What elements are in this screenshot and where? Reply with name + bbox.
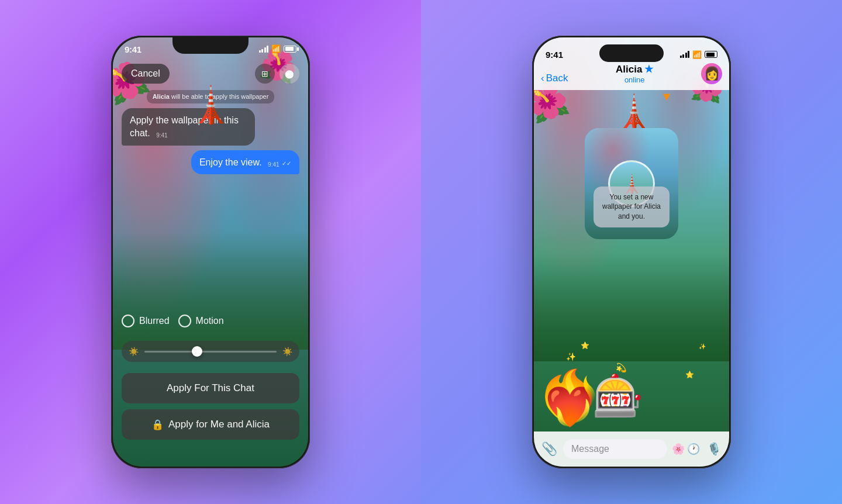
left-phone-notch xyxy=(172,37,249,54)
signal-bars xyxy=(259,46,269,53)
r-signal-bar-1 xyxy=(680,56,682,58)
msg2-check: ✓✓ xyxy=(282,160,291,167)
battery-fill xyxy=(285,47,294,51)
wifi-icon: 📶 xyxy=(271,44,281,53)
apply-for-me-alicia-button[interactable]: 🔒 Apply for Me and Alicia xyxy=(122,409,299,440)
brightness-high-icon: ☀️ xyxy=(282,347,292,356)
apply-lock-btn-label: Apply for Me and Alicia xyxy=(168,419,270,430)
dynamic-island xyxy=(599,44,664,62)
blurred-radio[interactable] xyxy=(122,315,134,327)
adjust-icon-btn[interactable]: ⊞ xyxy=(255,64,275,84)
avatar-emoji: 👩 xyxy=(704,66,720,81)
right-phone-inner: 🌺 🌺 🗼 9:41 📶 xyxy=(534,37,729,467)
back-button[interactable]: ‹ Back xyxy=(541,73,568,84)
top-bar-right: ⊞ ⬤ xyxy=(255,64,299,84)
apply-btn-label: Apply For This Chat xyxy=(167,382,254,394)
left-phone: 🌺 🌺 🗼 9:41 📶 xyxy=(111,36,310,468)
left-status-time: 9:41 xyxy=(125,44,142,54)
bottom-controls: Blurred Motion ☀️ ☀️ xyxy=(113,315,308,467)
flower-input-emoji: 🌸 xyxy=(672,443,685,455)
message-input-field[interactable]: Message xyxy=(563,439,667,459)
battery-icon xyxy=(284,46,296,53)
right-wifi-icon: 📶 xyxy=(692,50,702,59)
back-chevron: ‹ xyxy=(541,73,544,84)
message-placeholder: Message xyxy=(571,444,609,454)
nav-status: online xyxy=(568,75,701,84)
brightness-low-icon: ☀️ xyxy=(129,347,139,356)
input-bar: 📎 Message 🌸 🕐 🎙️ xyxy=(534,431,729,467)
blurred-option[interactable]: Blurred xyxy=(122,315,170,327)
scatter-emoji-5: ✨ xyxy=(699,343,706,350)
slider-track[interactable] xyxy=(144,351,277,353)
back-label: Back xyxy=(546,73,568,84)
left-phone-inner: 🌺 🌺 🗼 9:41 📶 xyxy=(113,37,308,467)
right-signal-bars xyxy=(680,51,690,58)
blurred-label: Blurred xyxy=(139,316,170,326)
big-88-emoji: 🎰 xyxy=(592,372,643,420)
left-panel: 🌺 🌺 🗼 9:41 📶 xyxy=(0,0,421,504)
right-status-time: 9:41 xyxy=(546,50,563,60)
circle-btn[interactable]: ⬤ xyxy=(279,64,299,84)
msg2-text: Enjoy the view. xyxy=(199,157,262,167)
wallpaper-card: 🗼 You set a new wallpaper for Alicia and… xyxy=(585,128,678,239)
r-signal-bar-3 xyxy=(685,53,687,58)
cancel-button[interactable]: Cancel xyxy=(122,64,170,84)
msg2-time: 9:41 xyxy=(268,161,279,168)
signal-bar-2 xyxy=(261,49,263,53)
right-status-icons: 📶 xyxy=(680,50,718,59)
right-phone: 🌺 🌺 🗼 9:41 📶 xyxy=(532,36,731,468)
message-bubble-outgoing: Enjoy the view. 9:41 ✓✓ xyxy=(191,150,299,175)
lock-icon: 🔒 xyxy=(151,419,164,431)
scatter-emoji-3: 💫 xyxy=(616,363,627,373)
signal-bar-4 xyxy=(267,46,268,53)
motion-radio[interactable] xyxy=(178,315,191,327)
r-signal-bar-4 xyxy=(688,51,689,58)
voice-icon[interactable]: 🎙️ xyxy=(705,440,723,458)
emoji-icons: 🌸 🕐 xyxy=(672,443,700,455)
eiffel-emoji-left: 🗼 xyxy=(189,84,233,126)
top-bar: Cancel ⊞ ⬤ xyxy=(122,64,299,84)
left-status-icons: 📶 xyxy=(259,44,297,53)
right-eiffel-top: 🗼 xyxy=(614,93,654,131)
brightness-slider[interactable]: ☀️ ☀️ xyxy=(122,341,299,362)
scatter-emoji-1: ✨ xyxy=(566,352,576,361)
clock-icon: 🕐 xyxy=(687,443,700,455)
options-row: Blurred Motion xyxy=(122,315,299,327)
signal-bar-1 xyxy=(259,50,261,53)
right-battery-fill xyxy=(706,53,715,57)
wallpaper-set-message: You set a new wallpaper for Alicia and y… xyxy=(593,187,670,227)
88-icon: 🎰 xyxy=(592,373,643,419)
right-battery-icon xyxy=(705,51,717,58)
system-msg-name: Alicia xyxy=(153,93,170,100)
msg1-time: 9:41 xyxy=(156,132,167,139)
slider-thumb[interactable] xyxy=(192,346,202,357)
r-signal-bar-2 xyxy=(682,54,684,58)
scatter-emoji-2: ⭐ xyxy=(581,341,589,350)
apply-for-chat-button[interactable]: Apply For This Chat xyxy=(122,373,299,403)
right-panel: 🌺 🌺 🗼 9:41 📶 xyxy=(421,0,842,504)
signal-bar-3 xyxy=(264,47,266,53)
dropdown-arrow: ▼ xyxy=(661,90,672,103)
motion-label: Motion xyxy=(196,316,224,326)
scatter-emoji-4: ⭐ xyxy=(685,371,694,379)
attach-icon[interactable]: 📎 xyxy=(540,440,558,458)
wallpaper-set-text: You set a new wallpaper for Alicia and y… xyxy=(602,193,661,221)
motion-option[interactable]: Motion xyxy=(178,315,224,327)
wallpaper-card-container: 🗼 You set a new wallpaper for Alicia and… xyxy=(585,128,678,245)
